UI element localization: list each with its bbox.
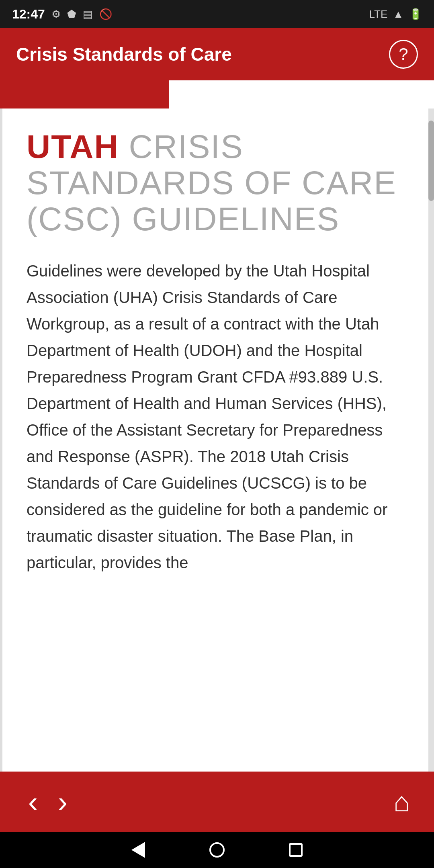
- scrollbar-track[interactable]: [428, 108, 434, 772]
- home-circle-icon: [209, 842, 225, 858]
- home-icon: ⌂: [393, 786, 410, 817]
- page-body-text: Guidelines were developed by the Utah Ho…: [27, 258, 408, 576]
- bottom-nav: ‹ › ⌂: [0, 772, 434, 832]
- next-icon: ›: [58, 785, 68, 818]
- tab-white-panel: [169, 80, 434, 108]
- lte-label: LTE: [369, 8, 388, 20]
- heading-utah: UTAH: [27, 128, 119, 165]
- back-triangle-icon: [131, 842, 145, 858]
- next-button[interactable]: ›: [54, 781, 72, 822]
- blocked-icon: 🚫: [99, 8, 112, 20]
- storage-icon: ▤: [83, 8, 93, 20]
- android-home-button[interactable]: [209, 842, 225, 858]
- help-icon: ?: [399, 45, 408, 64]
- battery-icon: 🔋: [409, 8, 422, 20]
- nav-buttons-left: ‹ ›: [24, 781, 72, 822]
- tab-area: [0, 80, 434, 108]
- shield-icon: ⬟: [67, 8, 76, 20]
- prev-icon: ‹: [28, 785, 38, 818]
- signal-icon: ▲: [393, 8, 403, 20]
- content-wrapper: UTAH CRISIS STANDARDS OF CARE (CSC) GUID…: [0, 108, 434, 772]
- android-nav-bar: [0, 832, 434, 868]
- content-area: UTAH CRISIS STANDARDS OF CARE (CSC) GUID…: [0, 108, 428, 772]
- home-button[interactable]: ⌂: [393, 786, 410, 817]
- recents-square-icon: [289, 843, 303, 857]
- status-time: 12:47: [12, 7, 45, 22]
- scrollbar-thumb[interactable]: [428, 121, 434, 201]
- status-bar: 12:47 ⚙ ⬟ ▤ 🚫 LTE ▲ 🔋: [0, 0, 434, 28]
- status-right: LTE ▲ 🔋: [369, 8, 422, 20]
- prev-button[interactable]: ‹: [24, 781, 42, 822]
- app-title: Crisis Standards of Care: [16, 43, 232, 65]
- status-left: 12:47 ⚙ ⬟ ▤ 🚫: [12, 7, 112, 22]
- page-heading: UTAH CRISIS STANDARDS OF CARE (CSC) GUID…: [27, 129, 408, 237]
- app-header: Crisis Standards of Care ?: [0, 28, 434, 80]
- help-button[interactable]: ?: [389, 40, 418, 69]
- android-back-button[interactable]: [131, 842, 145, 858]
- android-recents-button[interactable]: [289, 843, 303, 857]
- gear-icon: ⚙: [51, 8, 61, 20]
